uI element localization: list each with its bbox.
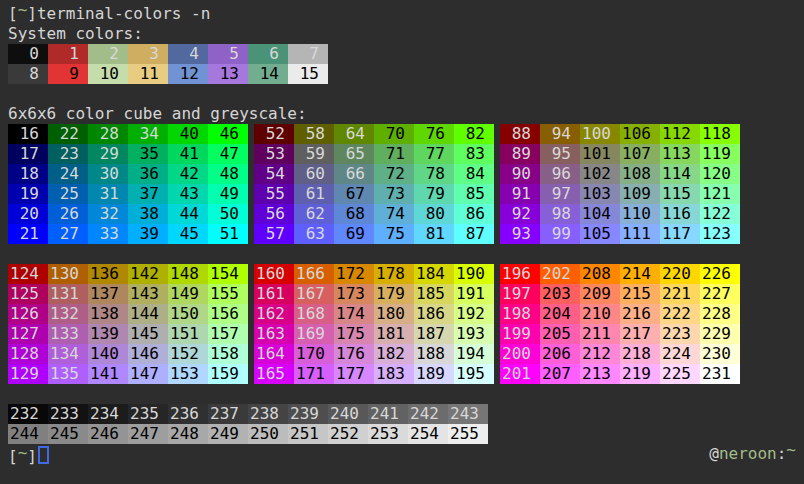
color-cell-237: 237 bbox=[208, 404, 248, 424]
color-cell-93: 93 bbox=[500, 224, 540, 244]
color-cell-183: 183 bbox=[374, 364, 414, 384]
color-cell-173: 173 bbox=[334, 284, 374, 304]
color-cell-134: 134 bbox=[48, 344, 88, 364]
color-row: 197203209215221227 bbox=[500, 284, 740, 304]
color-cell-148: 148 bbox=[168, 264, 208, 284]
color-cell-211: 211 bbox=[580, 324, 620, 344]
color-row: 202632384450 bbox=[8, 204, 248, 224]
color-cell-144: 144 bbox=[128, 304, 168, 324]
color-cell-9: 9 bbox=[48, 64, 88, 84]
color-cell-37: 37 bbox=[128, 184, 168, 204]
color-cell-53: 53 bbox=[254, 144, 294, 164]
color-cell-250: 250 bbox=[248, 424, 288, 444]
color-cell-104: 104 bbox=[580, 204, 620, 224]
color-cell-233: 233 bbox=[48, 404, 88, 424]
color-cell-136: 136 bbox=[88, 264, 128, 284]
cube-block-3: 8894100106112118899510110711311990961021… bbox=[500, 124, 740, 244]
color-cell-99: 99 bbox=[540, 224, 580, 244]
color-row: 198204210216222228 bbox=[500, 304, 740, 324]
terminal-cursor[interactable] bbox=[38, 446, 49, 464]
color-cell-98: 98 bbox=[540, 204, 580, 224]
color-cell-127: 127 bbox=[8, 324, 48, 344]
color-cell-38: 38 bbox=[128, 204, 168, 224]
color-cell-31: 31 bbox=[88, 184, 128, 204]
prompt-bracket-open: [ bbox=[8, 4, 18, 23]
color-cell-163: 163 bbox=[254, 324, 294, 344]
color-cell-179: 179 bbox=[374, 284, 414, 304]
terminal-screen[interactable]: [~]terminal-colors -n System colors: 012… bbox=[0, 0, 804, 484]
color-row: 9298104110116122 bbox=[500, 204, 740, 224]
color-cell-220: 220 bbox=[660, 264, 700, 284]
status-colon: : bbox=[777, 444, 787, 463]
color-cell-198: 198 bbox=[500, 304, 540, 324]
color-cell-137: 137 bbox=[88, 284, 128, 304]
color-cell-186: 186 bbox=[414, 304, 454, 324]
color-cell-160: 160 bbox=[254, 264, 294, 284]
command-text: terminal-colors -n bbox=[37, 4, 210, 23]
color-row: 162228344046 bbox=[8, 124, 248, 144]
color-cell-60: 60 bbox=[294, 164, 334, 184]
color-cell-175: 175 bbox=[334, 324, 374, 344]
color-row: 244245246247248249250251252253254255 bbox=[8, 424, 796, 444]
color-cell-192: 192 bbox=[454, 304, 494, 324]
color-cell-14: 14 bbox=[248, 64, 288, 84]
color-cell-223: 223 bbox=[660, 324, 700, 344]
color-cell-142: 142 bbox=[128, 264, 168, 284]
cube-group-2: 1241301361421481541251311371431491551261… bbox=[8, 264, 796, 384]
color-row: 01234567 bbox=[8, 44, 796, 64]
color-cell-240: 240 bbox=[328, 404, 368, 424]
color-row: 9197103109115121 bbox=[500, 184, 740, 204]
color-cell-172: 172 bbox=[334, 264, 374, 284]
color-cell-189: 189 bbox=[414, 364, 454, 384]
color-cell-248: 248 bbox=[168, 424, 208, 444]
color-cell-81: 81 bbox=[414, 224, 454, 244]
color-cell-78: 78 bbox=[414, 164, 454, 184]
color-cell-100: 100 bbox=[580, 124, 620, 144]
color-row: 212733394551 bbox=[8, 224, 248, 244]
color-cell-191: 191 bbox=[454, 284, 494, 304]
system-colors-grid: 0123456789101112131415 bbox=[8, 44, 796, 84]
color-cell-166: 166 bbox=[294, 264, 334, 284]
color-row: 232233234235236237238239240241242243 bbox=[8, 404, 796, 424]
color-cell-15: 15 bbox=[288, 64, 328, 84]
color-cell-167: 167 bbox=[294, 284, 334, 304]
color-cell-214: 214 bbox=[620, 264, 660, 284]
color-row: 126132138144150156 bbox=[8, 304, 248, 324]
color-cell-253: 253 bbox=[368, 424, 408, 444]
color-cell-119: 119 bbox=[700, 144, 740, 164]
color-cell-62: 62 bbox=[294, 204, 334, 224]
cube-block-2: 5258647076825359657177835460667278845561… bbox=[254, 124, 494, 244]
color-cell-82: 82 bbox=[454, 124, 494, 144]
color-cell-205: 205 bbox=[540, 324, 580, 344]
color-cell-55: 55 bbox=[254, 184, 294, 204]
color-cell-122: 122 bbox=[700, 204, 740, 224]
color-cell-133: 133 bbox=[48, 324, 88, 344]
color-cell-232: 232 bbox=[8, 404, 48, 424]
color-cell-159: 159 bbox=[208, 364, 248, 384]
color-cell-130: 130 bbox=[48, 264, 88, 284]
status-user: neroon bbox=[719, 444, 777, 463]
color-cell-6: 6 bbox=[248, 44, 288, 64]
color-row: 9096102108114120 bbox=[500, 164, 740, 184]
color-cell-239: 239 bbox=[288, 404, 328, 424]
color-cell-57: 57 bbox=[254, 224, 294, 244]
color-row: 164170176182188194 bbox=[254, 344, 494, 364]
cube-block-1: 1622283440461723293541471824303642481925… bbox=[8, 124, 248, 244]
color-cell-238: 238 bbox=[248, 404, 288, 424]
color-cell-116: 116 bbox=[660, 204, 700, 224]
color-cell-202: 202 bbox=[540, 264, 580, 284]
color-row: 535965717783 bbox=[254, 144, 494, 164]
color-cell-30: 30 bbox=[88, 164, 128, 184]
color-cell-44: 44 bbox=[168, 204, 208, 224]
color-cell-43: 43 bbox=[168, 184, 208, 204]
color-cell-141: 141 bbox=[88, 364, 128, 384]
color-cell-117: 117 bbox=[660, 224, 700, 244]
color-cell-118: 118 bbox=[700, 124, 740, 144]
color-cell-68: 68 bbox=[334, 204, 374, 224]
color-cell-35: 35 bbox=[128, 144, 168, 164]
color-cell-83: 83 bbox=[454, 144, 494, 164]
color-cell-146: 146 bbox=[128, 344, 168, 364]
color-cell-17: 17 bbox=[8, 144, 48, 164]
color-cell-194: 194 bbox=[454, 344, 494, 364]
color-row: 556167737985 bbox=[254, 184, 494, 204]
